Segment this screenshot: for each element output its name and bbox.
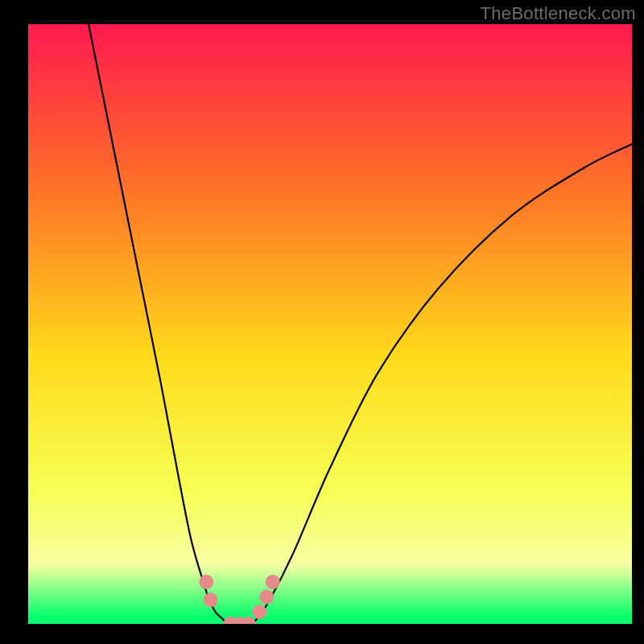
chart-frame: TheBottleneck.com (0, 0, 644, 644)
data-marker (252, 605, 266, 619)
data-marker (266, 575, 280, 589)
bottleneck-chart (0, 0, 644, 644)
data-marker (242, 617, 256, 631)
watermark-text: TheBottleneck.com (481, 3, 636, 24)
data-marker (204, 592, 218, 607)
data-marker (259, 589, 274, 604)
data-marker (199, 575, 213, 589)
plot-background (28, 24, 632, 624)
